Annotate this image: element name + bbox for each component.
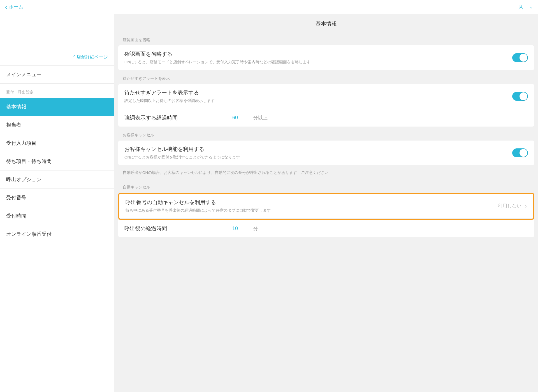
group-label-customer-cancel: お客様キャンセル bbox=[114, 129, 538, 141]
sidebar-item-online-queue[interactable]: オンライン順番受付 bbox=[0, 225, 114, 243]
skip-confirm-toggle[interactable] bbox=[512, 53, 528, 62]
sidebar: 店舗詳細ページ メインメニュー 受付・呼出設定 基本情報 担当者 受付入力項目 … bbox=[0, 14, 114, 392]
auto-cancel-time-unit: 分 bbox=[253, 225, 258, 232]
back-label: ホーム bbox=[9, 4, 23, 10]
wait-alert-time-row[interactable]: 強調表示する経過時間 60 分以上 bbox=[118, 109, 534, 127]
auto-cancel-title: 呼出番号の自動キャンセルを利用する bbox=[126, 199, 498, 206]
wait-alert-time-unit: 分以上 bbox=[253, 115, 268, 121]
customer-cancel-toggle[interactable] bbox=[512, 148, 528, 157]
sidebar-section-label: 受付・呼出設定 bbox=[0, 84, 114, 98]
auto-cancel-select-row[interactable]: 呼出番号の自動キャンセルを利用する 待ち中にある受付番号を呼出後の経過時間によっ… bbox=[119, 194, 533, 219]
group-label-skip-confirm: 確認画面を省略 bbox=[114, 34, 538, 45]
sidebar-item-ticket-number[interactable]: 受付番号 bbox=[0, 189, 114, 207]
auto-cancel-desc: 待ち中にある受付番号を呼出後の経過時間によって任意のタブに自動で変更します bbox=[126, 208, 498, 213]
store-link-label: 店舗詳細ページ bbox=[76, 54, 108, 60]
wait-alert-time-value: 60 bbox=[225, 115, 245, 121]
content-area: 基本情報 確認画面を省略 確認画面を省略する ONにすると、店舗モードと店舗オペ… bbox=[114, 14, 538, 392]
card-wait-alert: 待たせすぎアラートを表示する 設定した時間以上お待ちのお客様を強調表示します 強… bbox=[118, 84, 534, 126]
auto-cancel-time-row[interactable]: 呼出後の経過時間 10 分 bbox=[118, 220, 534, 237]
auto-cancel-select-value[interactable]: 利用しない › bbox=[498, 203, 527, 209]
sidebar-item-call-options[interactable]: 呼出オプション bbox=[0, 171, 114, 189]
wait-alert-time-label: 強調表示する経過時間 bbox=[124, 114, 225, 122]
group-label-wait-alert: 待たせすぎアラートを表示 bbox=[114, 72, 538, 84]
card-skip-confirm: 確認画面を省略する ONにすると、店舗モードと店舗オペレーションで、受付入力完了… bbox=[118, 45, 534, 70]
svg-point-0 bbox=[520, 5, 522, 7]
skip-confirm-title: 確認画面を省略する bbox=[124, 50, 512, 58]
card-auto-cancel-highlighted: 呼出番号の自動キャンセルを利用する 待ち中にある受付番号を呼出後の経過時間によっ… bbox=[118, 193, 534, 220]
sidebar-item-basic-info[interactable]: 基本情報 bbox=[0, 98, 114, 116]
customer-cancel-desc: ONにするとお客様が受付を取消することができるようになります bbox=[124, 155, 512, 160]
main-menu-header[interactable]: メインメニュー bbox=[0, 66, 114, 84]
skip-confirm-desc: ONにすると、店舗モードと店舗オペレーションで、受付入力完了時や案内時などの確認… bbox=[124, 59, 512, 65]
customer-cancel-title: お客様キャンセル機能を利用する bbox=[124, 146, 512, 153]
wait-alert-toggle[interactable] bbox=[512, 92, 528, 101]
auto-cancel-value-text: 利用しない bbox=[498, 203, 521, 209]
header-right: ⌄ bbox=[518, 4, 533, 10]
app-header: ‹ ホーム ⌄ bbox=[0, 0, 538, 14]
auto-cancel-time-value: 10 bbox=[225, 226, 245, 232]
chevron-right-icon: › bbox=[525, 203, 527, 209]
wait-alert-desc: 設定した時間以上お待ちのお客様を強調表示します bbox=[124, 98, 512, 104]
store-detail-link[interactable]: 店舗詳細ページ bbox=[71, 54, 108, 60]
sidebar-top: 店舗詳細ページ bbox=[0, 14, 114, 66]
customer-cancel-note: 自動呼出がONの場合、お客様のキャンセルにより、自動的に次の番号が呼出されること… bbox=[114, 167, 538, 181]
wait-alert-title: 待たせすぎアラートを表示する bbox=[124, 89, 512, 96]
sidebar-item-staff[interactable]: 担当者 bbox=[0, 116, 114, 134]
sidebar-item-input-fields[interactable]: 受付入力項目 bbox=[0, 134, 114, 152]
external-link-icon bbox=[71, 55, 75, 59]
user-icon[interactable] bbox=[518, 4, 524, 10]
sidebar-item-reception-time[interactable]: 受付時間 bbox=[0, 207, 114, 225]
sidebar-item-wait-items[interactable]: 待ち項目・待ち時間 bbox=[0, 152, 114, 171]
back-button[interactable]: ‹ ホーム bbox=[5, 3, 23, 11]
chevron-down-icon[interactable]: ⌄ bbox=[530, 5, 533, 9]
group-label-auto-cancel: 自動キャンセル bbox=[114, 181, 538, 193]
page-title: 基本情報 bbox=[114, 14, 538, 34]
chevron-left-icon: ‹ bbox=[5, 3, 7, 11]
card-customer-cancel: お客様キャンセル機能を利用する ONにするとお客様が受付を取消することができるよ… bbox=[118, 141, 534, 165]
auto-cancel-time-label: 呼出後の経過時間 bbox=[124, 225, 225, 232]
